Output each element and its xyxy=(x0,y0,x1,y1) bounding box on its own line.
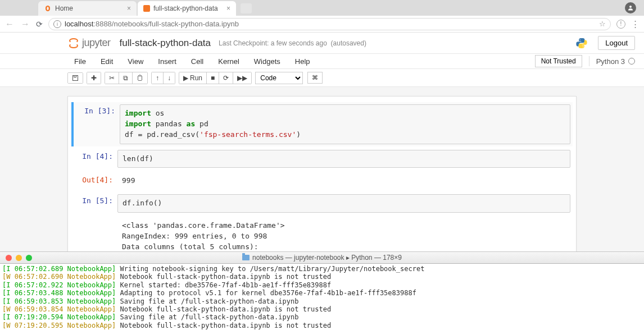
user-avatar-icon[interactable] xyxy=(625,2,636,13)
terminal-title: notebooks — jupyter-notebook ▸ Python — … xyxy=(252,254,402,262)
folder-icon xyxy=(242,255,250,260)
svg-rect-1 xyxy=(73,75,78,80)
menu-insert[interactable]: Insert xyxy=(151,55,183,68)
restart-run-icon[interactable]: ▶▶ xyxy=(233,72,251,84)
move-down-icon[interactable]: ↓ xyxy=(164,72,175,84)
save-icon[interactable] xyxy=(68,73,83,83)
kernel-indicator[interactable]: Python 3 xyxy=(596,57,635,66)
paste-icon[interactable]: 📋︎ xyxy=(133,72,147,84)
input-prompt: In [4]: xyxy=(74,150,117,168)
close-window-icon[interactable] xyxy=(6,255,12,261)
cell-type-select[interactable]: Code xyxy=(255,72,303,84)
site-info-icon[interactable]: i xyxy=(53,20,61,28)
menubar: File Edit View Insert Cell Kernel Widget… xyxy=(0,53,644,69)
output-prompt: Out[4]: xyxy=(74,173,117,189)
menu-cell[interactable]: Cell xyxy=(184,55,210,68)
cell-input[interactable]: len(df) xyxy=(117,150,570,168)
input-prompt: In [5]: xyxy=(74,194,117,213)
menu-icon[interactable]: ⋮ xyxy=(631,19,640,29)
menu-widgets[interactable]: Widgets xyxy=(247,55,287,68)
address-bar[interactable]: i localhost:8888/notebooks/full-stack-py… xyxy=(48,18,611,30)
notebook-name[interactable]: full-stack-python-data xyxy=(120,38,211,49)
close-icon[interactable]: × xyxy=(127,4,131,12)
menu-edit[interactable]: Edit xyxy=(94,55,120,68)
terminal-line: [I 06:57:02.689 NotebookApp] Writing not… xyxy=(2,265,642,273)
divider xyxy=(589,56,589,66)
tab-title: Home xyxy=(55,4,73,12)
jupyter-header: jupyter full-stack-python-data Last Chec… xyxy=(0,33,644,53)
tab-title: full-stack-python-data xyxy=(153,4,218,12)
add-cell-icon[interactable]: ✚ xyxy=(87,72,101,84)
info-icon[interactable]: ! xyxy=(616,20,625,29)
cut-icon[interactable]: ✂ xyxy=(105,72,119,84)
code-cell[interactable]: In [3]: import os import pandas as pd df… xyxy=(71,102,573,146)
command-palette-icon[interactable]: ⌘ xyxy=(307,72,323,84)
toolbar: ✚ ✂ ⧉ 📋︎ ↑ ↓ ▶Run ■ ⟳ ▶▶ Code ⌘ xyxy=(0,69,644,87)
code-cell[interactable]: In [5]: df.info() xyxy=(71,192,573,215)
cell-input[interactable]: df.info() xyxy=(117,194,570,213)
svg-rect-2 xyxy=(74,75,76,77)
restart-icon[interactable]: ⟳ xyxy=(219,72,233,84)
terminal-line: [I 07:19:20.594 NotebookApp] Saving file… xyxy=(2,313,642,321)
kernel-name-label: Python 3 xyxy=(596,57,625,66)
url-port: :8888 xyxy=(93,20,112,28)
browser-tab-notebook[interactable]: full-stack-python-data × xyxy=(138,1,236,16)
jupyter-logo[interactable]: jupyter xyxy=(67,37,111,49)
terminal-body[interactable]: [I 06:57:02.689 NotebookApp] Writing not… xyxy=(0,264,644,330)
notebook-icon xyxy=(143,5,150,12)
svg-point-0 xyxy=(629,6,632,8)
jupyter-wordmark: jupyter xyxy=(82,37,111,49)
menu-kernel[interactable]: Kernel xyxy=(211,55,246,68)
copy-icon[interactable]: ⧉ xyxy=(119,72,133,84)
reload-icon[interactable]: ⟳ xyxy=(36,20,43,29)
url-path: /notebooks/full-stack-python-data.ipynb xyxy=(112,20,239,28)
menu-view[interactable]: View xyxy=(121,55,150,68)
minimize-window-icon[interactable] xyxy=(16,255,22,261)
run-button[interactable]: ▶Run xyxy=(179,72,207,84)
kernel-status-icon xyxy=(628,58,635,65)
forward-icon[interactable]: → xyxy=(20,19,30,29)
notebook-body: In [3]: import os import pandas as pd df… xyxy=(0,87,644,276)
terminal-titlebar: notebooks — jupyter-notebook ▸ Python — … xyxy=(0,251,644,264)
browser-toolbar: ← → ⟳ i localhost:8888/notebooks/full-st… xyxy=(0,16,644,33)
browser-tab-home[interactable]: Home × xyxy=(38,1,137,16)
jupyter-icon xyxy=(67,37,80,49)
zoom-window-icon[interactable] xyxy=(26,255,32,261)
terminal-line: [I 06:59:03.853 NotebookApp] Saving file… xyxy=(2,297,642,305)
new-tab-button[interactable] xyxy=(241,3,252,13)
bookmark-star-icon[interactable]: ☆ xyxy=(599,20,606,28)
menu-file[interactable]: File xyxy=(67,55,93,68)
terminal-line: [W 06:57:02.690 NotebookApp] Notebook fu… xyxy=(2,273,642,281)
terminal-line: [W 06:59:03.854 NotebookApp] Notebook fu… xyxy=(2,305,642,313)
python-logo-icon xyxy=(575,37,588,49)
cell-output: 999 xyxy=(117,173,570,189)
terminal-line: [I 06:57:02.922 NotebookApp] Kernel star… xyxy=(2,281,642,289)
terminal-line: [W 07:19:20.595 NotebookApp] Notebook fu… xyxy=(2,322,642,329)
input-prompt: In [3]: xyxy=(76,104,120,144)
jupyter-icon xyxy=(44,4,52,12)
terminal-line: [I 06:57:03.488 NotebookApp] Adapting to… xyxy=(2,289,642,297)
code-cell[interactable]: In [4]: len(df) xyxy=(71,148,573,171)
browser-tab-strip: Home × full-stack-python-data × xyxy=(0,0,644,16)
logout-button[interactable]: Logout xyxy=(598,36,635,50)
window-controls xyxy=(0,255,32,261)
menu-help[interactable]: Help xyxy=(288,55,317,68)
url-host: localhost xyxy=(65,20,93,28)
move-up-icon[interactable]: ↑ xyxy=(152,72,164,84)
back-icon[interactable]: ← xyxy=(4,19,15,29)
cell-input[interactable]: import os import pandas as pd df = pd.re… xyxy=(120,104,570,144)
close-icon[interactable]: × xyxy=(226,4,230,12)
interrupt-icon[interactable]: ■ xyxy=(207,72,219,84)
checkpoint-status: Last Checkpoint: a few seconds ago (auto… xyxy=(219,39,366,47)
trust-button[interactable]: Not Trusted xyxy=(535,55,582,67)
output-row: Out[4]: 999 xyxy=(71,171,573,191)
